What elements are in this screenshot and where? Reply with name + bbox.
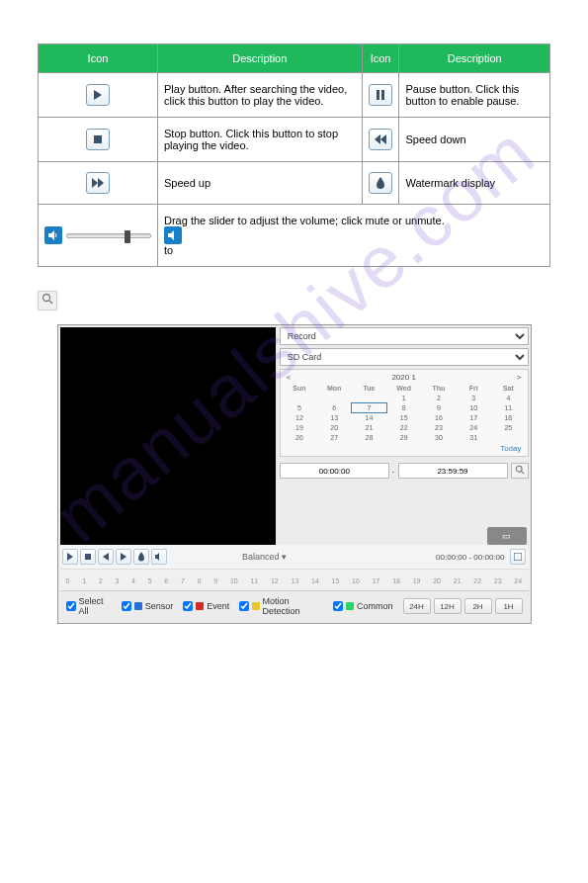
- svg-line-13: [521, 472, 524, 475]
- watermark-icon: [369, 172, 392, 194]
- svg-marker-14: [67, 553, 73, 561]
- mute-toggle-icon: [164, 226, 182, 244]
- stop-button[interactable]: [80, 549, 96, 565]
- svg-rect-19: [514, 553, 522, 561]
- next-frame-button[interactable]: [116, 549, 131, 565]
- zoom-1h[interactable]: 1H: [495, 598, 523, 614]
- pause-icon: [369, 84, 392, 106]
- svg-marker-18: [155, 553, 159, 561]
- calendar[interactable]: <2020 1> SunMonTueWedThuFriSat 1234 5678…: [280, 369, 529, 457]
- cal-month: 2020 1: [391, 373, 415, 382]
- watermark-button[interactable]: [133, 549, 149, 565]
- calendar-grid: SunMonTueWedThuFriSat 1234 567891011 121…: [283, 384, 526, 442]
- cal-prev[interactable]: <: [287, 373, 292, 382]
- svg-rect-3: [94, 135, 102, 143]
- svg-marker-4: [375, 134, 380, 144]
- timeline[interactable]: 0123456789101112131415161718192021222324: [60, 569, 529, 590]
- zoom-24h[interactable]: 24H: [403, 598, 431, 614]
- today-link[interactable]: Today: [283, 442, 526, 453]
- svg-marker-8: [48, 230, 54, 240]
- svg-rect-1: [377, 90, 379, 100]
- forward-icon: [86, 172, 110, 194]
- svg-marker-5: [380, 134, 386, 144]
- record-select[interactable]: Record: [280, 327, 529, 345]
- storage-select[interactable]: SD Card: [280, 348, 529, 366]
- stop-desc: Stop button. Click this button to stop p…: [158, 118, 363, 162]
- zoom-12h[interactable]: 12H: [434, 598, 462, 614]
- watermark-desc: Watermark display: [399, 162, 550, 205]
- th-desc2: Description: [399, 44, 550, 73]
- video-player: Record SD Card <2020 1> SunMonTueWedThuF…: [57, 324, 532, 624]
- time-to-input[interactable]: [398, 463, 508, 479]
- prev-frame-button[interactable]: [98, 549, 114, 565]
- event-checkbox[interactable]: Event: [183, 601, 229, 611]
- svg-marker-16: [103, 553, 109, 561]
- rewind-icon: [369, 129, 392, 150]
- time-position: 00:00:00 - 00:00:00: [436, 553, 504, 562]
- search-button[interactable]: [511, 463, 529, 479]
- volume-slider[interactable]: [44, 226, 151, 244]
- svg-marker-0: [94, 90, 102, 100]
- svg-marker-9: [168, 230, 174, 240]
- icon-desc-table: Icon Description Icon Description Play b…: [38, 44, 550, 267]
- cal-next[interactable]: >: [517, 373, 522, 382]
- svg-rect-15: [85, 554, 91, 560]
- fullscreen-button[interactable]: [510, 549, 526, 565]
- volume-desc: Drag the slider to adjust the volume; cl…: [158, 205, 550, 267]
- stop-icon: [86, 129, 110, 150]
- pause-desc: Pause button. Click this button to enabl…: [399, 73, 550, 118]
- time-from-input[interactable]: [280, 463, 389, 479]
- rewind-desc: Speed down: [399, 118, 550, 162]
- stream-label[interactable]: Balanced ▾: [242, 552, 287, 562]
- speaker-icon: [44, 226, 62, 244]
- video-area[interactable]: [60, 327, 276, 545]
- play-icon: [86, 84, 110, 106]
- select-all-checkbox[interactable]: Select All: [66, 596, 112, 616]
- forward-desc: Speed up: [158, 162, 363, 205]
- sensor-checkbox[interactable]: Sensor: [122, 601, 174, 611]
- th-desc: Description: [158, 44, 363, 73]
- svg-point-10: [43, 295, 50, 302]
- svg-line-11: [49, 301, 52, 304]
- motion-checkbox[interactable]: Motion Detection: [239, 596, 323, 616]
- th-icon2: Icon: [362, 44, 399, 73]
- search-icon-inline: [38, 291, 57, 310]
- play-button[interactable]: [62, 549, 78, 565]
- mute-button[interactable]: [151, 549, 167, 565]
- th-icon: Icon: [39, 44, 158, 73]
- download-button[interactable]: ▭: [487, 527, 527, 545]
- svg-marker-6: [92, 178, 98, 188]
- zoom-2h[interactable]: 2H: [464, 598, 492, 614]
- svg-point-12: [516, 466, 522, 472]
- svg-rect-2: [381, 90, 384, 100]
- play-desc: Play button. After searching the video, …: [158, 73, 363, 118]
- svg-marker-17: [121, 553, 126, 561]
- common-checkbox[interactable]: Common: [333, 601, 393, 611]
- svg-marker-7: [98, 178, 104, 188]
